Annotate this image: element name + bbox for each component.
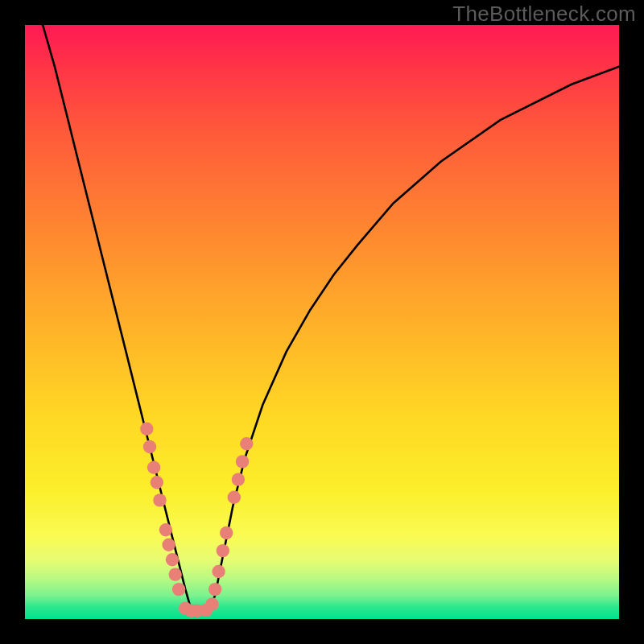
curve-marker [153, 493, 166, 506]
curve-marker [140, 423, 153, 436]
curve-marker [159, 523, 172, 536]
curve-marker [217, 544, 229, 557]
curve-markers [140, 423, 253, 617]
curve-layer [25, 25, 619, 619]
curve-marker [236, 455, 249, 468]
curve-marker [240, 437, 253, 450]
curve-marker [169, 568, 182, 580]
curve-marker [232, 473, 245, 485]
curve-marker [143, 440, 156, 453]
curve-marker [147, 461, 160, 474]
curve-marker [212, 565, 225, 578]
curve-marker [208, 583, 221, 596]
curve-marker [228, 491, 241, 504]
curve-marker [172, 583, 185, 596]
watermark-text: TheBottleneck.com [452, 2, 636, 27]
curve-marker [205, 597, 218, 610]
bottleneck-curve [43, 25, 619, 611]
curve-marker [162, 539, 175, 551]
plot-area [25, 25, 619, 619]
curve-marker [151, 476, 163, 489]
curve-marker [166, 553, 179, 566]
chart-frame: TheBottleneck.com [0, 0, 644, 644]
curve-marker [220, 526, 233, 539]
